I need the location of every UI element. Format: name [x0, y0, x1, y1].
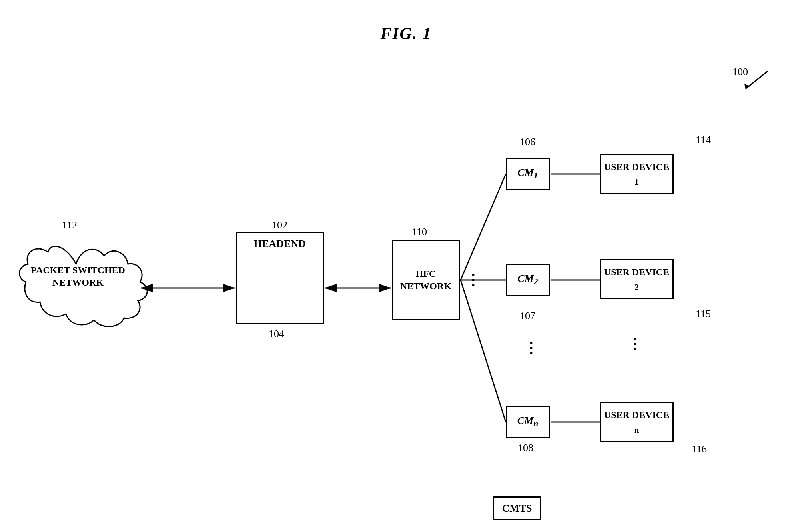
vertical-dots-cm: ⋮ [524, 340, 538, 357]
ref-110: 110 [412, 226, 427, 238]
svg-line-4 [748, 71, 768, 87]
ref-100: 100 [732, 66, 748, 78]
ref-116: 116 [692, 443, 707, 455]
cmn-label: CMn [517, 415, 539, 429]
svg-marker-5 [744, 84, 750, 90]
ref-114: 114 [696, 134, 711, 146]
ref-108: 108 [518, 442, 533, 454]
ref-107: 107 [520, 310, 535, 322]
cm2-box: CM2 [506, 264, 550, 296]
ud2-label: USER DEVICE2 [604, 266, 669, 292]
hfc-dots: ⋮ [466, 272, 480, 289]
cm2-label: CM2 [517, 273, 538, 287]
ref-106: 106 [520, 136, 535, 148]
ref-112: 112 [62, 219, 77, 231]
figure-title: FIG. 1 [380, 24, 432, 43]
ud1-box: USER DEVICE1 [600, 154, 674, 194]
udn-box: USER DEVICEn [600, 402, 674, 442]
ref-115: 115 [696, 308, 711, 320]
ref-102: 102 [272, 219, 287, 231]
cm1-label: CM1 [517, 167, 538, 181]
vertical-dots-ud: ⋮ [628, 336, 642, 353]
headend-box: HEADEND CMTS [236, 232, 324, 324]
cmts-label: CMTS [502, 502, 532, 514]
hfc-box: HFC NETWORK [392, 240, 460, 320]
cloud-label: PACKET SWITCHED NETWORK [16, 264, 140, 289]
ref-104: 104 [269, 328, 284, 340]
cmts-box: CMTS [493, 496, 541, 520]
svg-line-8 [461, 174, 506, 280]
diagram-container: FIG. 1 100 112 [0, 0, 812, 524]
ud2-box: USER DEVICE2 [600, 259, 674, 299]
headend-label: HEADEND [237, 238, 323, 250]
cmn-box: CMn [506, 406, 550, 438]
cm1-box: CM1 [506, 158, 550, 190]
ud1-label: USER DEVICE1 [604, 161, 669, 187]
udn-label: USER DEVICEn [604, 409, 669, 435]
svg-line-10 [461, 280, 506, 422]
hfc-label: HFC NETWORK [393, 268, 459, 292]
